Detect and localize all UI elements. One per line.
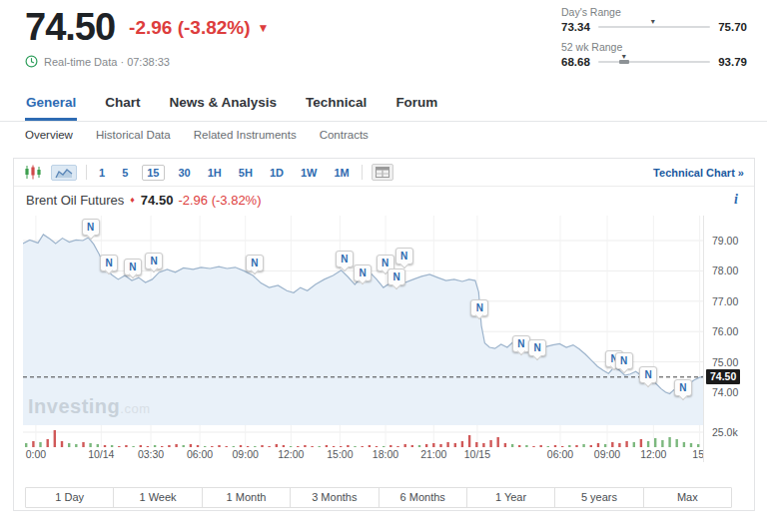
news-marker[interactable]: N bbox=[246, 255, 264, 271]
x-tick-label: 12:00 bbox=[640, 448, 666, 460]
area-chart-icon bbox=[55, 167, 73, 179]
x-tick-label: 18:00 bbox=[373, 448, 398, 460]
news-marker[interactable]: N bbox=[100, 255, 118, 271]
x-tick-label: 06:00 bbox=[547, 448, 573, 460]
news-marker[interactable]: N bbox=[82, 219, 100, 236]
days-range: Day's Range 73.34 ▾ 75.70 bbox=[561, 6, 747, 33]
news-marker[interactable]: N bbox=[615, 352, 633, 369]
indicators-icon bbox=[376, 167, 389, 178]
period-3-months[interactable]: 3 Months bbox=[291, 488, 379, 507]
news-marker[interactable]: N bbox=[354, 265, 372, 281]
down-diamond-icon: ♦ bbox=[130, 195, 135, 205]
news-marker[interactable]: N bbox=[528, 339, 546, 356]
news-marker[interactable]: N bbox=[124, 259, 142, 275]
period-1-year[interactable]: 1 Year bbox=[467, 488, 555, 507]
52wk-range-track: ▾ bbox=[598, 61, 710, 63]
interval-5[interactable]: 5 bbox=[119, 165, 131, 181]
news-marker[interactable]: N bbox=[395, 248, 413, 265]
subtab-related-instruments[interactable]: Related Instruments bbox=[194, 123, 297, 147]
info-icon[interactable]: i bbox=[734, 192, 742, 208]
news-marker[interactable]: N bbox=[336, 251, 354, 267]
x-tick-label: 10/15 bbox=[464, 448, 490, 460]
news-marker[interactable]: N bbox=[674, 379, 692, 396]
current-price-badge: 74.50 bbox=[706, 369, 740, 384]
x-tick-label: 09:00 bbox=[594, 448, 620, 460]
y-tick-label: 79.00 bbox=[712, 235, 738, 247]
interval-1d[interactable]: 1D bbox=[267, 165, 287, 181]
interval-5h[interactable]: 5H bbox=[236, 165, 256, 181]
period-5-years[interactable]: 5 years bbox=[555, 488, 643, 507]
period-selector: 1 Day1 Week1 Month3 Months6 Months1 Year… bbox=[25, 487, 732, 508]
realtime-label: Real-time Data · 07:38:33 bbox=[44, 56, 170, 68]
investing-watermark: Investing.com bbox=[28, 395, 150, 418]
52wk-range-low: 68.68 bbox=[561, 56, 590, 68]
x-tick-label: 15: bbox=[692, 448, 703, 460]
chart-widget: 1515301H5H1D1W1M Technical Chart » Brent… bbox=[13, 158, 755, 511]
period-6-months[interactable]: 6 Months bbox=[380, 488, 467, 507]
instrument-page: 74.50 -2.96 (-3.82%) ▼ Real-time Data · … bbox=[0, 0, 767, 532]
clock-icon bbox=[25, 55, 38, 68]
candlestick-chart-icon bbox=[24, 165, 42, 180]
interval-1h[interactable]: 1H bbox=[205, 165, 225, 181]
volume-axis-label: 25.0k bbox=[712, 426, 738, 438]
realtime-status: Real-time Data · 07:38:33 bbox=[25, 55, 269, 68]
interval-1[interactable]: 1 bbox=[96, 165, 108, 181]
tab-forum[interactable]: Forum bbox=[394, 84, 438, 121]
period-1-day[interactable]: 1 Day bbox=[26, 488, 114, 507]
area-chart-button[interactable] bbox=[51, 165, 77, 181]
x-tick-label: 09:00 bbox=[233, 448, 259, 460]
52wk-range-high: 93.79 bbox=[718, 56, 747, 68]
period-1-month[interactable]: 1 Month bbox=[203, 488, 291, 507]
news-marker[interactable]: N bbox=[145, 253, 163, 269]
interval-30[interactable]: 30 bbox=[176, 165, 194, 181]
x-tick-label: 12:00 bbox=[278, 448, 304, 460]
y-tick-label: 75.00 bbox=[712, 356, 738, 368]
interval-buttons: 1515301H5H1D1W1M bbox=[96, 165, 353, 181]
toolbar-separator bbox=[362, 165, 363, 180]
news-marker[interactable]: N bbox=[470, 299, 488, 316]
52wk-range: 52 wk Range 68.68 ▾ 93.79 bbox=[561, 41, 747, 68]
subtab-contracts[interactable]: Contracts bbox=[320, 123, 369, 147]
candlestick-chart-button[interactable] bbox=[24, 165, 42, 180]
y-tick-label: 77.00 bbox=[712, 295, 738, 307]
sub-tabs: OverviewHistorical DataRelated Instrumen… bbox=[0, 123, 767, 147]
y-tick-label: 76.00 bbox=[712, 325, 738, 337]
chart-toolbar: 1515301H5H1D1W1M Technical Chart » bbox=[14, 159, 754, 187]
52wk-range-marker-icon: ▾ bbox=[622, 52, 626, 61]
tab-technical[interactable]: Technical bbox=[305, 84, 368, 121]
subtab-historical-data[interactable]: Historical Data bbox=[96, 123, 171, 147]
interval-1m[interactable]: 1M bbox=[331, 165, 352, 181]
news-marker[interactable]: N bbox=[387, 268, 405, 285]
chart-price: 74.50 bbox=[141, 193, 174, 208]
days-range-track: ▾ bbox=[598, 26, 710, 28]
x-tick-label: 21:00 bbox=[420, 448, 446, 460]
indicators-button[interactable] bbox=[372, 164, 393, 181]
price-change-value: -2.96 (-3.82%) bbox=[129, 17, 250, 39]
tab-general[interactable]: General bbox=[25, 84, 77, 121]
tab-news-analysis[interactable]: News & Analysis bbox=[169, 84, 279, 121]
news-marker[interactable]: N bbox=[512, 335, 530, 352]
change-down-arrow-icon: ▼ bbox=[258, 21, 270, 35]
days-range-high: 75.70 bbox=[718, 21, 747, 33]
period-1-week[interactable]: 1 Week bbox=[114, 488, 202, 507]
tab-chart[interactable]: Chart bbox=[104, 84, 141, 121]
x-tick-label: 15:00 bbox=[327, 448, 353, 460]
interval-15[interactable]: 15 bbox=[142, 165, 164, 181]
time-axis: 0:0010/1403:3006:0009:0012:0015:0018:002… bbox=[14, 447, 703, 462]
x-tick-label: 03:30 bbox=[138, 448, 164, 460]
y-tick-label: 74.00 bbox=[712, 386, 738, 398]
price-change: -2.96 (-3.82%) ▼ bbox=[129, 17, 269, 39]
52wk-range-label: 52 wk Range bbox=[561, 41, 747, 53]
news-marker[interactable]: N bbox=[639, 366, 657, 383]
chart-title-row: Brent Oil Futures ♦ 74.50 -2.96 (-3.82%)… bbox=[14, 187, 754, 213]
period-max[interactable]: Max bbox=[644, 488, 731, 507]
x-tick-label: 06:00 bbox=[187, 448, 213, 460]
price-chart-plot[interactable]: Investing.com NNNNNNNNNNNNNNNNN 79.0078.… bbox=[14, 216, 754, 462]
interval-1w[interactable]: 1W bbox=[298, 165, 321, 181]
main-tabs: GeneralChartNews & AnalysisTechnicalForu… bbox=[0, 84, 767, 122]
price-axis: 79.0078.0077.0076.0075.0074.0025.0k74.50 bbox=[703, 216, 754, 462]
technical-chart-link[interactable]: Technical Chart » bbox=[653, 167, 744, 179]
subtab-overview[interactable]: Overview bbox=[25, 123, 73, 147]
instrument-header: 74.50 -2.96 (-3.82%) ▼ Real-time Data · … bbox=[25, 6, 269, 68]
ranges-panel: Day's Range 73.34 ▾ 75.70 52 wk Range 68… bbox=[561, 6, 747, 76]
